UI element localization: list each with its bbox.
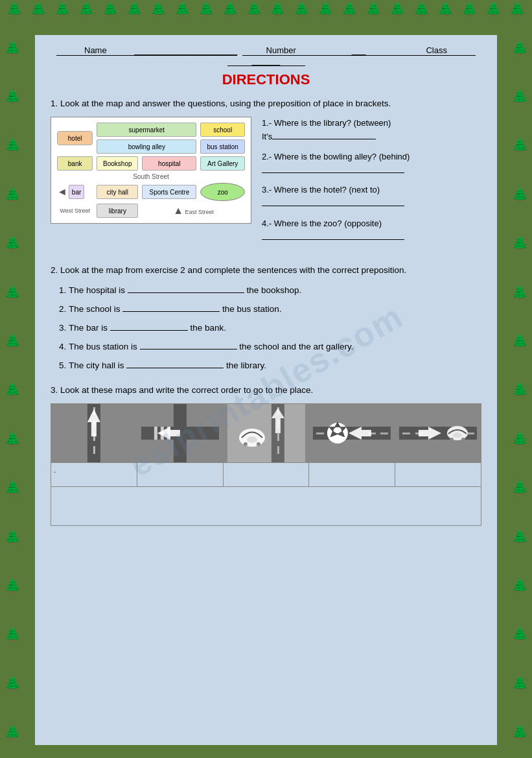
bank-cell: bank [57,156,93,171]
map-cell-supermarket: supermarket [95,121,198,138]
hotel-cell: hotel [57,131,93,145]
tree-top-8: 🌲 [174,3,191,16]
exercise2-list: The hospital is the bookshop. The school… [51,283,481,373]
tree-l-1: 🌲 [5,41,21,54]
tree-l-4: 🌲 [5,188,21,201]
q3-text: 3.- Where is the hotel? (next to) [262,185,380,195]
tree-r-7: 🌲 [512,335,528,348]
q1-answer-line[interactable] [272,130,376,139]
svg-point-46 [453,432,462,438]
name-underline: ______________________ [134,45,237,56]
map-cell-bowling: bowling alley [95,138,198,155]
tree-top-11: 🌲 [246,3,262,16]
s2-blank[interactable] [122,303,220,312]
tree-r-2: 🌲 [512,90,528,103]
supermarket-cell: supermarket [97,123,196,137]
map-row-1: hotel supermarket school [55,121,247,138]
exercise2-instruction: 2. Look at the map from exercise 2 and c… [51,264,481,277]
tree-l-8: 🌲 [5,383,21,396]
bowling-cell: bowling alley [97,139,196,154]
map-img-5 [395,404,481,462]
sentence-1: The hospital is the bookshop. [69,283,481,298]
svg-rect-10 [154,427,157,440]
tree-r-14: 🌲 [512,677,528,690]
sentence-4: The bus station is the school and the ar… [69,340,481,355]
class-underline: ______ [227,56,305,66]
map-img-2 [137,404,224,462]
map-cell-zoo: zoo [198,182,247,202]
tree-r-15: 🌲 [512,726,528,739]
map-label-3[interactable] [224,463,310,486]
tree-l-6: 🌲 [5,286,21,299]
tree-r-10: 🌲 [512,481,528,494]
map-cell-bank: bank [55,155,95,172]
number-underline: ___ [320,45,398,56]
svg-rect-18 [277,433,279,441]
header-line: Name______________________ Number___Clas… [51,45,481,66]
s3-before: The bar is [69,323,110,333]
hospital-cell: hospital [142,156,196,171]
map-questions-row: hotel supermarket school bowling alley [51,117,481,250]
road-map-5 [395,404,481,462]
road-map-2 [137,404,223,462]
answer-area[interactable] [51,487,481,526]
map-cell-bar: ◄ bar [55,182,95,202]
s5-after: the library. [224,361,266,370]
road-map-1 [51,404,137,462]
tree-top-12: 🌲 [270,3,286,16]
s2-after: the bus station. [220,304,281,314]
s4-before: The bus station is [69,342,140,351]
s3-blank[interactable] [110,322,188,331]
bus-station-cell: bus station [200,139,245,154]
q2-answer-line[interactable] [262,164,404,173]
tree-l-5: 🌲 [5,237,21,250]
questions-side: 1.- Where is the library? (between) It's… [262,117,481,250]
map-label-1-dot: . [54,466,56,474]
s5-blank[interactable] [126,359,224,368]
svg-point-22 [246,436,257,443]
svg-point-24 [256,442,260,446]
cityhall-cell: city hall [97,185,138,199]
tree-top-5: 🌲 [102,3,119,16]
map-label-2[interactable] [137,463,224,486]
svg-rect-14 [227,404,305,462]
svg-rect-27 [316,432,324,434]
tree-l-12: 🌲 [5,579,21,592]
tree-top-4: 🌲 [78,3,95,16]
tree-top-9: 🌲 [198,3,214,16]
road-map-3 [224,404,309,462]
map-label-5[interactable] [395,463,481,486]
tree-l-9: 🌲 [5,432,21,445]
map-cell-eastst: ▲ East Street [140,202,247,219]
content-area: eslprintables.com Name__________________… [35,35,497,745]
tree-top-16: 🌲 [365,3,382,16]
svg-rect-19 [277,446,279,454]
tree-l-13: 🌲 [5,628,21,641]
q1-answer-prefix: It's [262,132,272,141]
tree-top-20: 🌲 [461,3,478,16]
tree-top-7: 🌲 [150,3,167,16]
tree-top-2: 🌲 [30,3,47,16]
q4-answer-line[interactable] [262,231,404,240]
tree-top-14: 🌲 [318,3,334,16]
exercise2: 2. Look at the map from exercise 2 and c… [51,264,481,373]
question-1: 1.- Where is the library? (between) It's [262,117,481,144]
sentence-3: The bar is the bank. [69,321,481,336]
map-row-5: West Street library ▲ East Street [55,202,247,219]
tree-top-17: 🌲 [389,3,406,16]
number-label: Number [242,45,320,56]
tree-top-10: 🌲 [222,3,238,16]
s1-blank[interactable] [128,284,244,293]
page-title: DIRECTIONS [51,71,481,88]
library-cell: library [97,204,138,218]
tree-top-19: 🌲 [437,3,454,16]
map-label-1[interactable]: . [51,463,137,486]
exercise1-instruction: 1. Look at the map and answer the questi… [51,97,481,110]
tree-top-15: 🌲 [341,3,358,16]
q3-answer-line[interactable] [262,197,404,206]
page-wrapper: 🌲 🌲 🌲 🌲 🌲 🌲 🌲 🌲 🌲 🌲 🌲 🌲 🌲 🌲 🌲 🌲 🌲 🌲 🌲 🌲 … [0,0,532,758]
road-map-4 [309,404,395,462]
trees-right: 🌲 🌲 🌲 🌲 🌲 🌲 🌲 🌲 🌲 🌲 🌲 🌲 🌲 🌲 🌲 [510,23,529,757]
map-label-4[interactable] [309,463,395,486]
s4-blank[interactable] [140,340,237,349]
